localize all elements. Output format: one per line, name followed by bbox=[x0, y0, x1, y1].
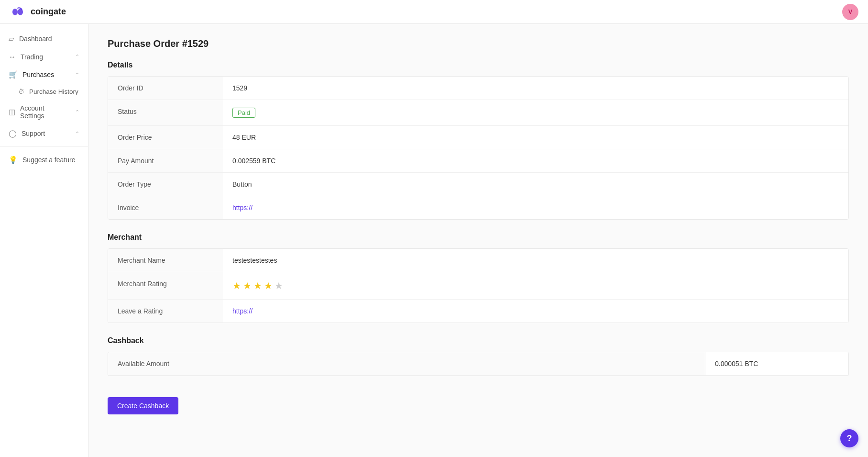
purchases-icon: 🛒 bbox=[9, 70, 18, 79]
sidebar-item-purchase-history-label: Purchase History bbox=[29, 88, 78, 95]
suggest-feature-icon: 💡 bbox=[9, 156, 18, 164]
invoice-value: https:// bbox=[223, 196, 848, 219]
invoice-link[interactable]: https:// bbox=[232, 204, 253, 212]
table-row: Status Paid bbox=[108, 100, 848, 126]
page-title: Purchase Order #1529 bbox=[108, 38, 849, 49]
sidebar: ▱ Dashboard ↔ Trading ⌃ 🛒 Purchases ⌃ ⏱ … bbox=[0, 24, 88, 457]
sidebar-item-purchases-label: Purchases bbox=[22, 71, 54, 78]
merchant-rating-label: Merchant Rating bbox=[108, 272, 223, 299]
star-rating: ★ ★ ★ ★ ★ bbox=[232, 280, 839, 291]
dashboard-icon: ▱ bbox=[9, 34, 14, 43]
order-price-label: Order Price bbox=[108, 126, 223, 149]
status-badge: Paid bbox=[232, 108, 255, 118]
support-icon: ◯ bbox=[9, 129, 17, 138]
order-id-label: Order ID bbox=[108, 77, 223, 100]
table-row: Order ID 1529 bbox=[108, 77, 848, 100]
available-amount-label: Available Amount bbox=[108, 352, 705, 375]
invoice-label: Invoice bbox=[108, 196, 223, 219]
sidebar-item-purchase-history[interactable]: ⏱ Purchase History bbox=[0, 84, 88, 100]
sidebar-item-account-settings[interactable]: ◫ Account Settings ⌃ bbox=[0, 100, 88, 124]
leave-rating-link[interactable]: https:// bbox=[232, 307, 253, 315]
sidebar-item-account-settings-label: Account Settings bbox=[20, 104, 70, 120]
cashback-card: Available Amount 0.000051 BTC bbox=[108, 352, 849, 376]
details-card: Order ID 1529 Status Paid Order Price 48… bbox=[108, 76, 849, 220]
star-4: ★ bbox=[264, 280, 273, 291]
table-row: Pay Amount 0.002559 BTC bbox=[108, 149, 848, 173]
details-section-title: Details bbox=[108, 61, 849, 69]
star-1: ★ bbox=[232, 280, 241, 291]
star-2: ★ bbox=[243, 280, 252, 291]
create-cashback-button[interactable]: Create Cashback bbox=[108, 397, 178, 414]
order-id-value: 1529 bbox=[223, 77, 848, 100]
sidebar-item-trading-label: Trading bbox=[21, 53, 43, 61]
logo-text: coingate bbox=[31, 7, 66, 17]
app-layout: ▱ Dashboard ↔ Trading ⌃ 🛒 Purchases ⌃ ⏱ … bbox=[0, 24, 868, 457]
merchant-name-value: testestestestes bbox=[223, 249, 848, 272]
status-value: Paid bbox=[223, 100, 848, 125]
merchant-rating-value: ★ ★ ★ ★ ★ bbox=[223, 272, 848, 299]
sidebar-item-support[interactable]: ◯ Support ⌃ bbox=[0, 124, 88, 143]
main-content: Purchase Order #1529 Details Order ID 15… bbox=[88, 24, 868, 457]
support-chevron-icon: ⌃ bbox=[75, 131, 79, 137]
merchant-card: Merchant Name testestestestes Merchant R… bbox=[108, 248, 849, 323]
sidebar-item-support-label: Support bbox=[22, 130, 45, 137]
table-row: Leave a Rating https:// bbox=[108, 300, 848, 323]
cashback-section-title: Cashback bbox=[108, 336, 849, 345]
status-label: Status bbox=[108, 100, 223, 125]
merchant-name-label: Merchant Name bbox=[108, 249, 223, 272]
cashback-row: Available Amount 0.000051 BTC bbox=[108, 352, 848, 376]
table-row: Order Price 48 EUR bbox=[108, 126, 848, 149]
logo: coingate bbox=[10, 6, 66, 18]
help-button[interactable]: ? bbox=[840, 429, 858, 447]
trading-chevron-icon: ⌃ bbox=[75, 54, 79, 60]
available-amount-value: 0.000051 BTC bbox=[705, 352, 848, 375]
star-5: ★ bbox=[275, 280, 283, 291]
sidebar-item-trading[interactable]: ↔ Trading ⌃ bbox=[0, 48, 88, 66]
table-row: Invoice https:// bbox=[108, 196, 848, 219]
table-row: Merchant Name testestestestes bbox=[108, 249, 848, 272]
order-type-label: Order Type bbox=[108, 173, 223, 196]
sidebar-item-dashboard-label: Dashboard bbox=[19, 35, 52, 43]
account-settings-icon: ◫ bbox=[9, 108, 15, 116]
merchant-section-title: Merchant bbox=[108, 233, 849, 242]
table-row: Order Type Button bbox=[108, 173, 848, 196]
order-type-value: Button bbox=[223, 173, 848, 196]
trading-icon: ↔ bbox=[9, 53, 16, 61]
table-row: Merchant Rating ★ ★ ★ ★ ★ bbox=[108, 272, 848, 300]
leave-rating-value: https:// bbox=[223, 300, 848, 323]
order-price-value: 48 EUR bbox=[223, 126, 848, 149]
purchases-chevron-icon: ⌃ bbox=[75, 72, 79, 78]
pay-amount-value: 0.002559 BTC bbox=[223, 149, 848, 172]
sidebar-item-suggest-feature-label: Suggest a feature bbox=[22, 156, 76, 164]
coingate-logo-icon bbox=[10, 6, 27, 18]
leave-rating-label: Leave a Rating bbox=[108, 300, 223, 323]
sidebar-item-dashboard[interactable]: ▱ Dashboard bbox=[0, 30, 88, 48]
avatar[interactable]: V bbox=[842, 4, 858, 20]
sidebar-item-purchases[interactable]: 🛒 Purchases ⌃ bbox=[0, 66, 88, 84]
sidebar-divider bbox=[0, 146, 88, 147]
star-3: ★ bbox=[253, 280, 262, 291]
topbar: coingate V bbox=[0, 0, 868, 24]
purchase-history-icon: ⏱ bbox=[18, 88, 24, 95]
account-settings-chevron-icon: ⌃ bbox=[75, 109, 79, 115]
pay-amount-label: Pay Amount bbox=[108, 149, 223, 172]
sidebar-item-suggest-feature[interactable]: 💡 Suggest a feature bbox=[0, 151, 88, 169]
